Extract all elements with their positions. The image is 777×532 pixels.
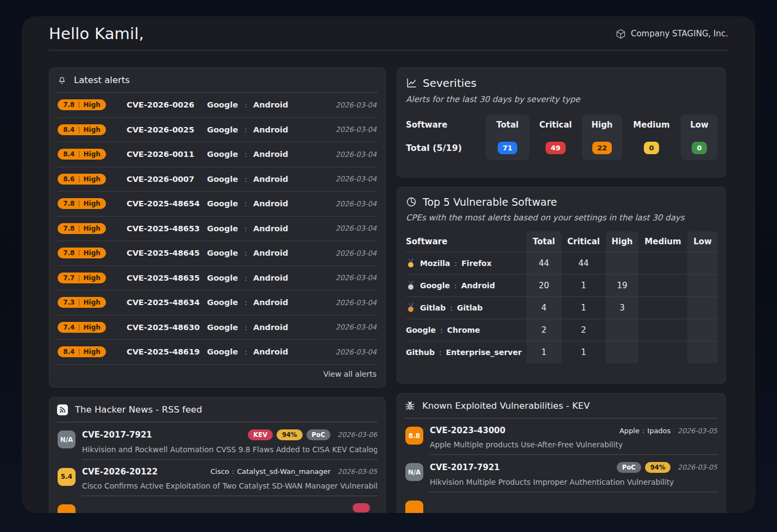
cve-id: CVE-2026-0011	[127, 150, 207, 159]
vendor-name: Mozilla	[420, 259, 450, 268]
company-name: Company STAGING, Inc.	[616, 29, 728, 39]
top5-table: Software Total Critical High Medium Low …	[406, 231, 717, 363]
high-count-cell: 22	[582, 135, 622, 160]
score-badge: 8.8	[405, 427, 423, 445]
alert-date: 2026-03-04	[335, 200, 377, 208]
alert-row[interactable]: 8.4|High CVE-2026-0025 Google : Android …	[58, 118, 377, 143]
low-cell	[687, 341, 718, 363]
severities-table: Software Total Critical High Medium Low …	[406, 115, 717, 160]
badge-pill: 94%	[645, 462, 671, 473]
high-cell	[606, 252, 638, 274]
alert-row[interactable]: 8.6|High CVE-2026-0007 Google : Android …	[58, 167, 377, 192]
dashboard-card: Hello Kamil, Company STAGING, Inc. Lates…	[22, 16, 755, 513]
item-date: 2026-03-05	[678, 463, 717, 471]
high-cell	[606, 319, 638, 341]
kev-list: 8.8 CVE-2023-43000 Apple:Ipados 2026-03-…	[405, 419, 718, 513]
vendor-name: Google	[207, 125, 245, 134]
cve-id: CVE-2025-48654	[127, 199, 207, 208]
software-cell: Gitlab:Gitlab	[406, 296, 527, 319]
list-item[interactable]: 8.8 CVE-2023-43000 Apple:Ipados 2026-03-…	[405, 419, 718, 455]
top5-subtitle: CPEs with the most alerts based on your …	[406, 213, 717, 223]
alert-row[interactable]: 7.8|High CVE-2025-48645 Google : Android…	[58, 241, 377, 266]
product-name: Android	[461, 281, 495, 290]
severity-label: High	[84, 150, 101, 158]
severity-label: High	[84, 348, 101, 356]
low-cell	[687, 296, 718, 319]
vendor-name: Google	[207, 249, 245, 257]
cvss-score: 7.3	[63, 299, 74, 306]
top5-header: Top 5 Vulnerable Software	[406, 196, 717, 208]
line-chart-icon	[406, 78, 417, 88]
medium-cell	[638, 341, 687, 363]
alert-date: 2026-03-04	[335, 323, 377, 331]
product-name: Gitlab	[457, 303, 483, 312]
alert-row[interactable]: 7.8|High CVE-2026-0026 Google : Android …	[58, 93, 377, 118]
column-header-medium: Medium	[638, 231, 687, 252]
severity-badge: 8.4|High	[58, 149, 106, 160]
badge-pill	[353, 503, 370, 512]
rss-feed-title: The Hacker News - RSS feed	[75, 404, 202, 415]
vendor-name: Google	[420, 281, 450, 290]
list-item[interactable]	[405, 492, 718, 513]
column-header-total: Total	[486, 115, 529, 135]
cve-id: CVE-2026-20122	[82, 467, 158, 477]
list-item[interactable]: 5.4 CVE-2026-20122 Cisco:Catalyst_sd-Wan…	[57, 460, 378, 496]
vendor-name: Google	[207, 150, 245, 159]
list-item[interactable]: N/A CVE-2017-7921 KEV94%PoC 2026-03-06 H…	[57, 422, 378, 460]
list-item[interactable]	[57, 496, 378, 513]
alert-row[interactable]: 8.4|High CVE-2025-48619 Google : Android…	[58, 340, 377, 365]
software-cell: Google:Chrome	[406, 319, 527, 341]
column-header-software: Software	[406, 231, 527, 252]
list-item[interactable]: N/A CVE-2017-7921 PoC94% 2026-03-05 Hikv…	[405, 455, 718, 492]
critical-count-badge: 49	[546, 142, 565, 154]
silver-medal-icon	[406, 281, 416, 290]
badge-pill: PoC	[617, 462, 641, 473]
alerts-list: 7.8|High CVE-2026-0026 Google : Android …	[57, 93, 378, 365]
column-header-low: Low	[687, 231, 718, 252]
alert-row[interactable]: 7.3|High CVE-2025-48634 Google : Android…	[58, 290, 377, 315]
vendor-product: Apple:Ipados	[619, 427, 671, 435]
high-cell: 19	[606, 274, 638, 296]
product-name: Android	[253, 323, 335, 332]
kev-panel: Known Exploited Vulnerabilities - KEV 8.…	[397, 393, 726, 513]
severity-label: High	[84, 126, 101, 134]
cvss-score: 7.8	[63, 225, 74, 232]
latest-alerts-panel: Latest alerts 7.8|High CVE-2026-0026 Goo…	[49, 67, 386, 388]
item-date: 2026-03-05	[337, 467, 377, 476]
high-cell: 3	[606, 296, 638, 319]
view-all-alerts-link[interactable]: View all alerts	[57, 365, 378, 378]
medium-cell	[638, 319, 687, 341]
alert-row[interactable]: 7.7|High CVE-2025-48635 Google : Android…	[58, 266, 377, 291]
severity-label: High	[84, 175, 101, 183]
cve-id: CVE-2017-7921	[82, 430, 152, 440]
badge-pills	[353, 503, 370, 512]
score-badge	[405, 501, 423, 513]
cvss-score: 7.8	[63, 101, 74, 109]
product-name: Android	[253, 150, 335, 159]
severity-label: High	[84, 324, 101, 331]
product-name: Android	[253, 175, 335, 183]
rss-feed-header: The Hacker News - RSS feed	[57, 397, 378, 422]
product-name: Enterprise_server	[446, 348, 522, 357]
cve-id: CVE-2025-48653	[127, 224, 207, 233]
page-header: Hello Kamil, Company STAGING, Inc.	[49, 24, 728, 43]
alert-row[interactable]: 7.8|High CVE-2025-48654 Google : Android…	[58, 192, 377, 217]
alert-row[interactable]: 8.4|High CVE-2026-0011 Google : Android …	[58, 142, 377, 167]
severity-badge: 8.4|High	[58, 346, 106, 357]
severity-label: High	[84, 200, 101, 207]
top5-title: Top 5 Vulnerable Software	[423, 196, 557, 208]
severities-subtitle: Alerts for the last 30 days by severity …	[406, 94, 717, 104]
cvss-score: 8.4	[63, 348, 74, 356]
severities-title: Severities	[423, 77, 477, 90]
product-name: Chrome	[447, 326, 480, 334]
alert-date: 2026-03-04	[335, 274, 377, 282]
badge-pills: PoC94%	[617, 462, 671, 473]
pie-chart-icon	[406, 197, 417, 207]
alert-date: 2026-03-04	[335, 101, 377, 109]
severity-label: High	[84, 249, 101, 257]
severity-label: High	[84, 274, 101, 282]
cvss-score: 7.4	[63, 324, 74, 331]
rss-feed-panel: The Hacker News - RSS feed N/A CVE-2017-…	[49, 397, 386, 513]
alert-row[interactable]: 7.4|High CVE-2025-48630 Google : Android…	[58, 315, 377, 340]
alert-row[interactable]: 7.8|High CVE-2025-48653 Google : Android…	[58, 217, 377, 242]
